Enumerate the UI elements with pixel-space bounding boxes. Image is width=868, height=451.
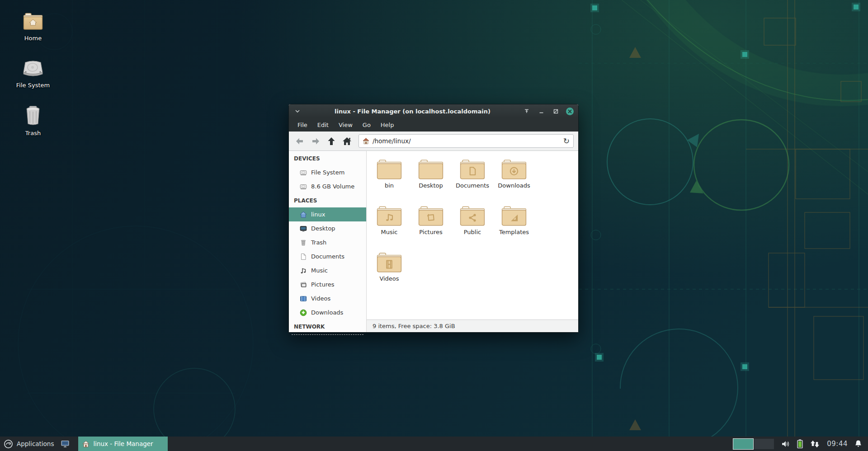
distro-logo-icon <box>4 439 13 449</box>
sidebar-item-label: Desktop <box>311 225 335 232</box>
path-home-icon <box>363 138 369 144</box>
desktop-icon <box>300 225 307 232</box>
notification-bell-icon[interactable] <box>854 440 862 448</box>
sidebar-item-label: File System <box>311 169 344 176</box>
folder-downloads-icon <box>500 158 528 181</box>
sidebar-item-label: Documents <box>311 253 344 260</box>
menu-edit[interactable]: Edit <box>312 119 334 131</box>
folder-pictures-icon <box>417 205 445 227</box>
desktop-icon-label: Home <box>8 35 58 42</box>
downloads-icon <box>300 309 307 316</box>
videos-icon <box>300 295 307 302</box>
file-item-documents[interactable]: Documents <box>452 158 493 205</box>
file-item-pictures[interactable]: Pictures <box>410 205 452 251</box>
path-bar[interactable]: /home/linux/ ↻ <box>359 134 574 148</box>
sidebar-item-pictures[interactable]: Pictures <box>289 277 366 291</box>
refresh-icon[interactable]: ↻ <box>563 137 570 145</box>
sidebar-item-desktop[interactable]: Desktop <box>289 221 366 235</box>
taskbar-window-button[interactable]: linux - File Manager <box>78 437 168 451</box>
show-desktop-button[interactable] <box>58 437 72 451</box>
sidebar: DEVICES File System 8.6 GB Vol <box>289 151 367 332</box>
maximize-button[interactable] <box>552 107 560 115</box>
clock[interactable]: 09:44 <box>827 440 848 448</box>
applications-menu-button[interactable]: Applications <box>0 437 58 451</box>
menu-help[interactable]: Help <box>376 119 399 131</box>
sidebar-header-devices: DEVICES <box>289 151 366 165</box>
back-button[interactable] <box>292 134 307 149</box>
status-bar: 9 items, Free space: 3.8 GiB <box>367 319 578 332</box>
home-folder-icon <box>22 12 44 31</box>
up-button[interactable] <box>323 134 339 149</box>
volume-icon[interactable] <box>781 440 790 448</box>
hard-drive-icon <box>22 58 44 78</box>
trash-icon <box>300 239 307 246</box>
desktop-icon-home[interactable]: Home <box>8 12 58 42</box>
folder-documents-icon <box>458 158 486 181</box>
minimize-button[interactable] <box>537 107 545 115</box>
file-label: Templates <box>499 229 529 235</box>
close-button[interactable] <box>566 108 574 115</box>
folder-public-icon <box>458 205 486 227</box>
file-item-videos[interactable]: Videos <box>368 251 410 298</box>
sidebar-item-music[interactable]: Music <box>289 263 366 277</box>
file-label: Downloads <box>498 182 530 189</box>
home-icon <box>300 211 307 218</box>
pin-icon[interactable] <box>523 107 531 115</box>
folder-templates-icon <box>500 205 528 227</box>
window-title: linux - File Manager (on localhost.local… <box>302 108 523 115</box>
file-item-bin[interactable]: bin <box>368 158 410 205</box>
file-label: Videos <box>379 275 399 282</box>
file-item-public[interactable]: Public <box>452 205 493 251</box>
forward-button[interactable] <box>307 134 323 149</box>
home-button[interactable] <box>339 134 355 149</box>
sidebar-item-linux[interactable]: linux <box>289 207 366 221</box>
workspace-switcher[interactable] <box>733 438 774 450</box>
workspace-1[interactable] <box>733 438 754 450</box>
sidebar-item-label: linux <box>311 211 325 218</box>
sidebar-item-label: Music <box>311 267 328 274</box>
trash-can-icon <box>23 105 43 126</box>
folder-icon <box>375 158 403 181</box>
path-text[interactable]: /home/linux/ <box>373 137 563 145</box>
sidebar-item-label: Trash <box>311 239 326 246</box>
desktop-icon-filesystem[interactable]: File System <box>8 58 58 89</box>
network-traffic-icon[interactable] <box>810 440 820 448</box>
sidebar-item-trash[interactable]: Trash <box>289 235 366 249</box>
menu-go[interactable]: Go <box>358 119 376 131</box>
sidebar-item-videos[interactable]: Videos <box>289 291 366 305</box>
sidebar-item-downloads[interactable]: Downloads <box>289 305 366 319</box>
toolbar: /home/linux/ ↻ <box>289 132 578 151</box>
file-item-downloads[interactable]: Downloads <box>493 158 535 205</box>
menu-file[interactable]: File <box>292 119 312 131</box>
up-arrow-icon <box>327 137 335 146</box>
forward-arrow-icon <box>311 137 320 145</box>
battery-icon[interactable] <box>797 439 803 448</box>
titlebar[interactable]: linux - File Manager (on localhost.local… <box>289 104 578 118</box>
home-icon <box>342 137 352 146</box>
drive-icon <box>300 169 307 176</box>
sidebar-item-label: Pictures <box>311 281 334 288</box>
file-item-templates[interactable]: Templates <box>493 205 535 251</box>
file-item-desktop[interactable]: Desktop <box>410 158 452 205</box>
sidebar-header-network: NETWORK <box>289 319 366 334</box>
file-item-music[interactable]: Music <box>368 205 410 251</box>
applications-label: Applications <box>17 440 54 447</box>
workspace-2[interactable] <box>754 438 774 450</box>
sidebar-item-label: Downloads <box>311 309 343 316</box>
file-grid[interactable]: bin Desktop <box>367 151 578 319</box>
sidebar-item-documents[interactable]: Documents <box>289 249 366 263</box>
status-text: 9 items, Free space: 3.8 GiB <box>373 323 455 329</box>
sidebar-item-volume[interactable]: 8.6 GB Volume <box>289 179 366 193</box>
sidebar-item-file-system[interactable]: File System <box>289 165 366 179</box>
menu-view[interactable]: View <box>334 119 358 131</box>
file-view: bin Desktop <box>367 151 578 332</box>
taskbar-window-label: linux - File Manager <box>93 440 153 447</box>
music-note-icon <box>300 267 307 274</box>
show-desktop-icon <box>61 440 69 447</box>
folder-icon <box>417 158 445 181</box>
desktop-icon-trash[interactable]: Trash <box>8 105 58 136</box>
file-label: Documents <box>456 182 489 189</box>
file-label: Desktop <box>419 182 443 189</box>
folder-videos-icon <box>375 251 403 274</box>
window-menu-chevron-icon[interactable] <box>292 110 302 113</box>
